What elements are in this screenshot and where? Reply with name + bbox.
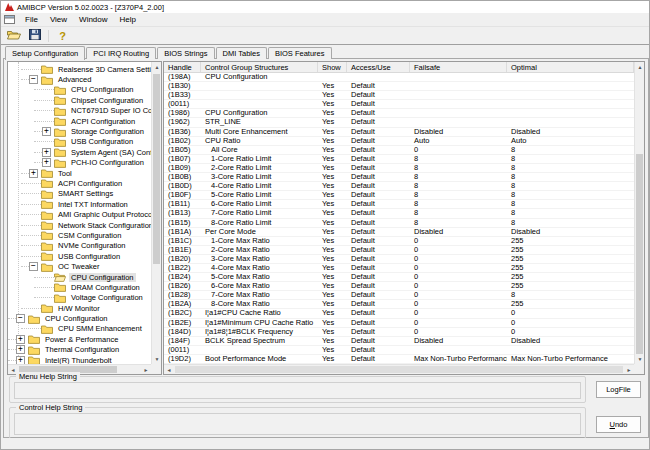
table-row[interactable]: (1B09)2-Core Ratio LimitYesDefault88 — [164, 164, 634, 173]
table-row[interactable]: (1B28)7-Core Max RatioYesDefault08 — [164, 291, 634, 300]
table-row[interactable]: (184F)BCLK Spread SpectrumYesDefaultDisa… — [164, 337, 634, 346]
scroll-up-icon[interactable]: ▲ — [635, 62, 645, 72]
table-row[interactable]: (1B02)CPU RatioYesDefaultAutoAuto — [164, 137, 634, 146]
scroll-right-icon[interactable]: ► — [624, 365, 634, 375]
table-row[interactable]: (1B0F)5-Core Ratio LimitYesDefault88 — [164, 191, 634, 200]
tree-item[interactable]: +Tool — [8, 168, 151, 178]
tree-item[interactable]: ACPI Configuration — [8, 116, 151, 126]
table-row[interactable]: (1B30)YesDefault — [164, 82, 634, 91]
column-header-control-group-structures[interactable]: Control Group Structures — [201, 62, 318, 72]
tree-item[interactable]: Realsense 3D Camera Settings — [8, 64, 151, 74]
tree-item[interactable]: H/W Monitor — [8, 303, 151, 313]
tree-item[interactable]: −Advanced — [8, 74, 151, 84]
expand-icon[interactable]: + — [29, 169, 38, 178]
menu-file[interactable]: File — [19, 14, 44, 25]
table-row[interactable]: (1B1C)1-Core Max RatioYesDefault0255 — [164, 237, 634, 246]
expand-icon[interactable]: + — [16, 335, 25, 344]
table-row[interactable]: (1B1A)Per Core ModeYesDefaultDisabledDis… — [164, 228, 634, 237]
table-row[interactable]: (1B22)4-Core Max RatioYesDefault0255 — [164, 264, 634, 273]
undo-button[interactable]: Undo — [596, 416, 641, 433]
expand-icon[interactable]: + — [42, 148, 51, 157]
tree-item[interactable]: SMART Settings — [8, 189, 151, 199]
table-row[interactable]: (1B2A)8-Core Max RatioYesDefault0255 — [164, 300, 634, 309]
tree-item[interactable]: +Thermal Configuration — [8, 345, 151, 355]
tree-item[interactable]: +Power & Performance — [8, 334, 151, 344]
expand-icon[interactable]: + — [42, 158, 51, 167]
column-header-failsafe[interactable]: Failsafe — [410, 62, 507, 72]
open-file-button[interactable] — [4, 28, 23, 43]
table-row[interactable]: (1B26)6-Core Max RatioYesDefault0255 — [164, 282, 634, 291]
column-header-show[interactable]: Show — [318, 62, 347, 72]
tree-item[interactable]: AMI Graphic Output Protocol Poli — [8, 209, 151, 219]
collapse-icon[interactable]: − — [29, 262, 38, 271]
tree-item[interactable]: USB Configuration — [8, 137, 151, 147]
table-row[interactable]: (1B2C)I¦a1#CPU Cache RatioYesDefault00 — [164, 309, 634, 318]
collapse-icon[interactable]: − — [16, 314, 25, 323]
tree-item[interactable]: Intel TXT Information — [8, 199, 151, 209]
tree-item[interactable]: +System Agent (SA) Configurat — [8, 147, 151, 157]
table-row[interactable]: (1B24)5-Core Max RatioYesDefault0255 — [164, 273, 634, 282]
column-header-handle[interactable]: Handle — [164, 62, 201, 72]
scroll-left-icon[interactable]: ◄ — [164, 365, 174, 375]
tree-item[interactable]: NCT6791D Super IO Configu — [8, 106, 151, 116]
tree-item[interactable]: −OC Tweaker — [8, 261, 151, 271]
table-row[interactable]: (1B33)YesDefault — [164, 91, 634, 100]
tree-item[interactable]: CPU Configuration — [8, 85, 151, 95]
scroll-up-icon[interactable]: ▲ — [152, 62, 162, 72]
mdi-child-icon[interactable] — [4, 15, 15, 24]
table-row[interactable]: (0011)YesDefault — [164, 346, 634, 355]
table-row[interactable]: (1B1E)2-Core Max RatioYesDefault0255 — [164, 246, 634, 255]
expand-icon[interactable]: + — [42, 127, 51, 136]
menu-help[interactable]: Help — [114, 14, 142, 25]
table-row[interactable]: (0011)YesDefault — [164, 100, 634, 109]
table-row[interactable]: (1B05)All CoreYesDefault08 — [164, 146, 634, 155]
table-row[interactable]: (1B20)3-Core Max RatioYesDefault0255 — [164, 255, 634, 264]
tab-dmi-tables[interactable]: DMI Tables — [216, 47, 267, 59]
scroll-down-icon[interactable]: ▼ — [635, 354, 645, 364]
tree-item[interactable]: ACPI Configuration — [8, 178, 151, 188]
tree-item[interactable]: USB Configuration — [8, 251, 151, 261]
table-row[interactable]: (1B11)6-Core Ratio LimitYesDefault88 — [164, 200, 634, 209]
table-row[interactable]: (1986)CPU ConfigurationYesDefault — [164, 109, 634, 118]
table-row[interactable]: (1B07)1-Core Ratio LimitYesDefault88 — [164, 155, 634, 164]
scroll-right-icon[interactable]: ► — [141, 365, 151, 375]
table-row[interactable]: (19D2)Boot Performance ModeYesDefaultMax… — [164, 355, 634, 364]
menu-window[interactable]: Window — [73, 14, 113, 25]
column-header-optimal[interactable]: Optimal — [507, 62, 634, 72]
table-horizontal-scrollbar[interactable]: ◄ ► — [164, 364, 634, 374]
menu-view[interactable]: View — [44, 14, 73, 25]
tree-item[interactable]: DRAM Configuration — [8, 282, 151, 292]
table-row[interactable]: (1B2E)I¦a1#Minimum CPU Cache RatioYesDef… — [164, 319, 634, 328]
table-row[interactable]: (1B0B)3-Core Ratio LimitYesDefault88 — [164, 173, 634, 182]
tab-bios-features[interactable]: BIOS Features — [268, 47, 332, 59]
table-row[interactable]: (184D)I¦a1#8¦1#BCLK FrequencyYesDefault0… — [164, 328, 634, 337]
table-row[interactable]: (1B0D)4-Core Ratio LimitYesDefault88 — [164, 182, 634, 191]
tree-item[interactable]: Chipset Configuration — [8, 95, 151, 105]
table-row[interactable]: (1B15)8-Core Ratio LimitYesDefault88 — [164, 219, 634, 228]
tab-bios-strings[interactable]: BIOS Strings — [157, 47, 214, 59]
save-button[interactable] — [25, 28, 44, 43]
table-row[interactable]: (1B36)Multi Core EnhancementYesDefaultDi… — [164, 128, 634, 137]
table-vscroll-thumb[interactable] — [636, 154, 643, 354]
help-button[interactable]: ? — [53, 28, 72, 43]
tree-item[interactable]: +Intel(R) Thunderbolt — [8, 355, 151, 364]
tree-item[interactable]: NVMe Configuration — [8, 241, 151, 251]
table-row[interactable]: (198A)CPU Configuration — [164, 73, 634, 82]
logfile-button[interactable]: LogFile — [596, 381, 641, 398]
tab-pci-irq-routing[interactable]: PCI IRQ Routing — [86, 47, 156, 59]
table-vertical-scrollbar[interactable]: ▲ ▼ — [634, 62, 644, 364]
tree-item[interactable]: Voltage Configuration — [8, 293, 151, 303]
tree-item[interactable]: +PCH-IO Configuration — [8, 158, 151, 168]
tree-item[interactable]: CPU SMM Enhancement — [8, 324, 151, 334]
tree-item[interactable]: Network Stack Configuration — [8, 220, 151, 230]
expand-icon[interactable]: + — [16, 356, 25, 364]
tree-item[interactable]: +Storage Configuration — [8, 126, 151, 136]
tree-vertical-scrollbar[interactable]: ▲ ▼ — [151, 62, 161, 364]
column-header-access-use[interactable]: Access/Use — [347, 62, 410, 72]
table-row[interactable]: (1962)STR_LINEYesDefault — [164, 118, 634, 127]
table-hscroll-thumb[interactable] — [175, 366, 623, 373]
collapse-icon[interactable]: − — [29, 75, 38, 84]
tree-vscroll-thumb[interactable] — [153, 74, 160, 264]
tree-item[interactable]: CPU Configuration — [8, 272, 151, 282]
expand-icon[interactable]: + — [16, 345, 25, 354]
